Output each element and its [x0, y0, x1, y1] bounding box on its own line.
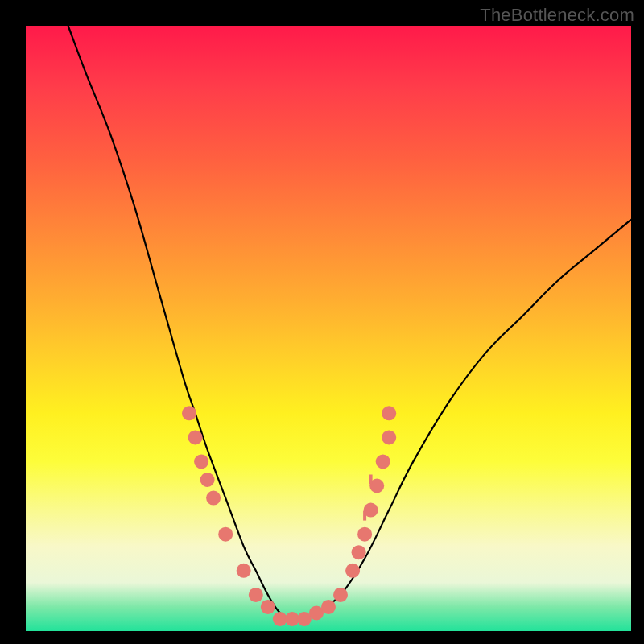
data-point — [194, 454, 208, 469]
bottleneck-curve-path — [68, 26, 631, 620]
data-point — [188, 430, 203, 444]
data-point — [206, 491, 221, 506]
data-point — [382, 430, 396, 444]
data-point — [249, 588, 263, 602]
watermark-text: TheBottleneck.com — [480, 5, 634, 26]
data-point — [345, 564, 360, 578]
data-point — [237, 564, 251, 578]
chart-plot-area — [26, 26, 631, 631]
data-point — [352, 545, 366, 559]
data-point — [200, 473, 215, 487]
data-point — [382, 406, 396, 420]
curve-group — [68, 26, 631, 620]
data-point — [261, 600, 275, 614]
marker-group — [182, 406, 396, 626]
chart-svg — [26, 26, 631, 631]
data-point — [182, 406, 196, 420]
data-point — [218, 527, 233, 542]
data-point — [333, 588, 348, 602]
data-point — [357, 527, 372, 542]
data-point — [376, 454, 390, 469]
data-point — [321, 600, 336, 614]
